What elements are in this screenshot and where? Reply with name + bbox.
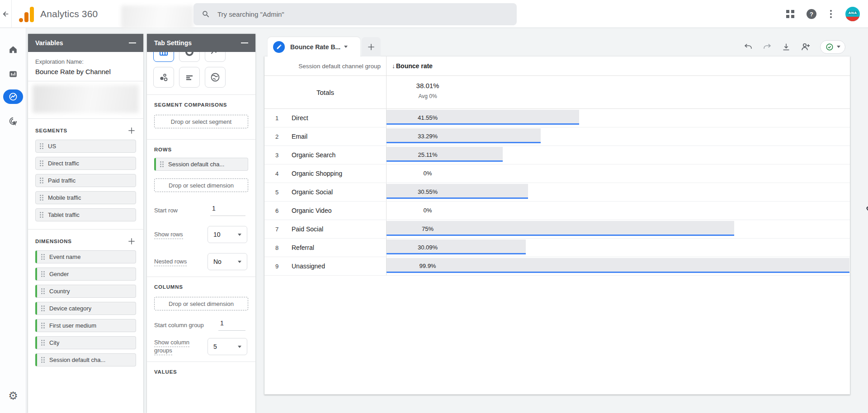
add-dimension-button[interactable] xyxy=(127,237,136,246)
totals-label: Totals xyxy=(264,76,386,108)
nav-admin-gear[interactable]: ⚙ xyxy=(0,390,26,402)
back-arrow-icon xyxy=(2,10,10,18)
exploration-name-block[interactable]: Exploration Name: Bounce Rate by Channel xyxy=(28,52,143,81)
dimension-chip[interactable]: Session default cha... xyxy=(35,353,136,366)
nav-home[interactable] xyxy=(4,41,22,59)
drag-handle-icon[interactable] xyxy=(39,194,44,201)
table-row[interactable]: 9 Unassigned 99.9% xyxy=(264,257,850,276)
segment-chip[interactable]: Tablet traffic xyxy=(35,208,136,221)
row-number: 7 xyxy=(275,226,287,233)
drag-handle-icon[interactable] xyxy=(41,305,45,312)
drag-handle-icon[interactable] xyxy=(39,160,44,167)
segment-chip[interactable]: Direct traffic xyxy=(35,157,136,170)
dimension-chip[interactable]: First user medium xyxy=(35,319,136,332)
help-button[interactable]: ? xyxy=(807,9,816,19)
tab-settings-panel: Tab Settings xyxy=(147,34,255,413)
apps-grid-button[interactable] xyxy=(786,9,795,19)
table-row[interactable]: 6 Organic Video 0% xyxy=(264,202,850,220)
back-button[interactable] xyxy=(0,0,12,28)
viz-table-button[interactable] xyxy=(153,52,174,62)
segment-chip[interactable]: US xyxy=(35,140,136,153)
table-row[interactable]: 4 Organic Shopping 0% xyxy=(264,164,850,183)
dimension-chip[interactable]: Country xyxy=(35,285,136,298)
channel-name: Organic Shopping xyxy=(292,170,342,177)
analytics-logo[interactable] xyxy=(19,6,34,22)
exploration-tab[interactable]: Bounce Rate B... xyxy=(268,37,360,56)
search-icon xyxy=(202,10,210,19)
show-column-groups-label: Show column groups xyxy=(154,338,197,354)
column-header-channel[interactable]: Session default channel group xyxy=(264,56,386,75)
account-selector-blurred[interactable] xyxy=(121,5,193,29)
columns-dimension-dropzone[interactable]: Drop or select dimension xyxy=(154,297,248,310)
drag-handle-icon[interactable] xyxy=(39,143,44,150)
share-button[interactable] xyxy=(800,42,811,52)
tab-dropdown-caret[interactable] xyxy=(344,46,348,48)
segment-dropzone[interactable]: Drop or select segment xyxy=(154,115,248,128)
viz-donut-button[interactable] xyxy=(179,52,200,62)
nav-reports[interactable] xyxy=(4,65,22,83)
rows-dimension-chip[interactable]: Session default cha... xyxy=(154,158,248,171)
segment-chip[interactable]: Mobile traffic xyxy=(35,191,136,204)
viz-line-button[interactable] xyxy=(205,52,226,62)
apps-grid-icon xyxy=(786,9,795,19)
undo-button[interactable] xyxy=(743,42,753,52)
viz-geo-button[interactable] xyxy=(205,67,226,88)
date-range-blurred[interactable] xyxy=(33,85,139,113)
minimize-tab-settings-button[interactable] xyxy=(241,42,248,43)
edit-tab-button[interactable] xyxy=(273,41,285,53)
table-row[interactable]: 8 Referral 30.09% xyxy=(264,239,850,257)
show-column-groups-select[interactable]: 5 xyxy=(208,338,247,355)
table-row[interactable]: 5 Organic Social 30.55% xyxy=(264,183,850,202)
saved-status-button[interactable] xyxy=(820,40,845,54)
sort-descending-icon[interactable]: ↓ xyxy=(392,62,395,70)
table-row[interactable]: 1 Direct 41.55% xyxy=(264,109,850,127)
start-row-input[interactable]: 1 xyxy=(210,205,245,216)
scatter-viz-icon xyxy=(158,72,169,83)
channel-name: Direct xyxy=(292,114,308,122)
more-options-button[interactable] xyxy=(828,8,834,20)
add-tab-button[interactable] xyxy=(362,37,381,56)
nav-advertising[interactable] xyxy=(4,112,22,130)
row-number: 9 xyxy=(275,263,287,270)
column-header-bounce-rate[interactable]: ↓ Bounce rate xyxy=(386,56,850,75)
columns-section-title: COLUMNS xyxy=(154,284,183,290)
rows-section-title: ROWS xyxy=(154,147,172,152)
segment-chip[interactable]: Paid traffic xyxy=(35,174,136,187)
dimension-chip[interactable]: Event name xyxy=(35,250,136,263)
drag-handle-icon[interactable] xyxy=(41,271,45,277)
download-button[interactable] xyxy=(781,42,791,52)
dimension-chip[interactable]: Gender xyxy=(35,268,136,281)
table-row[interactable]: 2 Email 33.29% xyxy=(264,127,850,146)
tab-strip: Bounce Rate B... xyxy=(255,34,868,56)
viz-scatter-button[interactable] xyxy=(153,67,174,88)
drag-handle-icon[interactable] xyxy=(160,161,164,168)
drag-handle-icon[interactable] xyxy=(39,177,44,184)
nav-explore-selected[interactable] xyxy=(3,89,23,104)
minimize-variables-button[interactable] xyxy=(129,42,136,43)
nested-rows-select[interactable]: No xyxy=(208,253,247,270)
show-rows-select[interactable]: 10 xyxy=(208,226,247,243)
rows-dimension-dropzone[interactable]: Drop or select dimension xyxy=(154,178,248,192)
add-segment-button[interactable] xyxy=(127,126,136,135)
logo-bar-mid xyxy=(24,12,28,22)
dimension-chip[interactable]: City xyxy=(35,336,136,349)
drag-handle-icon[interactable] xyxy=(41,288,45,295)
drag-handle-icon[interactable] xyxy=(41,357,45,363)
exploration-name-value[interactable]: Bounce Rate by Channel xyxy=(35,68,136,75)
donut-viz-icon xyxy=(184,52,195,57)
drag-handle-icon[interactable] xyxy=(41,339,45,346)
drag-handle-icon[interactable] xyxy=(41,322,45,329)
channel-name: Referral xyxy=(292,244,314,251)
drag-handle-icon[interactable] xyxy=(41,253,45,260)
redo-button[interactable] xyxy=(762,42,772,52)
search-bar[interactable]: Try searching "Admin" xyxy=(193,3,517,25)
table-row[interactable]: 7 Paid Social 75% xyxy=(264,220,850,239)
dimension-chip[interactable]: Device category xyxy=(35,302,136,315)
explore-icon xyxy=(8,92,18,102)
bar-viz-icon xyxy=(184,72,195,83)
viz-bar-button[interactable] xyxy=(179,67,200,88)
drag-handle-icon[interactable] xyxy=(39,211,44,218)
table-row[interactable]: 3 Organic Search 25.11% xyxy=(264,146,850,164)
start-column-group-input[interactable]: 1 xyxy=(218,319,245,331)
avatar[interactable]: ANA xyxy=(845,7,860,21)
